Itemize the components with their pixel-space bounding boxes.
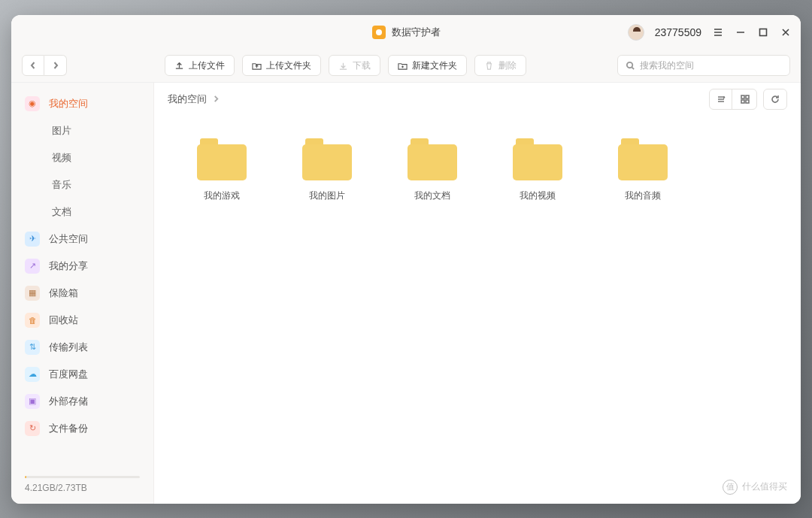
sidebar-item-backup[interactable]: ↻ 文件备份 (11, 415, 153, 442)
watermark: 值 什么值得买 (723, 480, 787, 495)
folder-icon (408, 138, 457, 180)
sidebar-item-docs[interactable]: 文档 (11, 198, 153, 226)
share-icon: ↗ (25, 259, 40, 274)
folder-label: 我的文档 (414, 189, 450, 202)
minimize-button[interactable] (735, 26, 747, 38)
upload-file-label: 上传文件 (189, 59, 225, 72)
main-panel: 我的空间 我的游戏 (154, 83, 801, 504)
titlebar: 数据守护者 23775509 (11, 15, 801, 50)
storage-summary: 4.21GB/2.73TB (11, 468, 153, 504)
vault-icon: ▦ (25, 286, 40, 301)
delete-button[interactable]: 删除 (474, 55, 526, 76)
folder-icon (513, 138, 562, 180)
close-icon (780, 27, 791, 38)
sidebar-item-vault[interactable]: ▦ 保险箱 (11, 280, 153, 307)
hamburger-icon (713, 27, 723, 38)
folder-label: 我的音频 (625, 189, 661, 202)
sidebar: ◉ 我的空间 图片 视频 音乐 文档 ✈ 公共空间 (11, 83, 154, 504)
sidebar-item-label: 百度网盘 (49, 368, 88, 381)
svg-rect-3 (746, 95, 749, 98)
svg-rect-5 (746, 100, 749, 103)
view-mode-toggle[interactable] (709, 89, 757, 110)
download-button[interactable]: 下载 (329, 55, 380, 76)
svg-rect-2 (741, 95, 744, 98)
folder-icon (197, 138, 247, 180)
folder-label: 我的图片 (309, 189, 345, 202)
sidebar-item-videos[interactable]: 视频 (11, 144, 153, 171)
sidebar-item-label: 公共空间 (49, 232, 88, 246)
sidebar-item-external[interactable]: ▣ 外部存储 (11, 388, 153, 415)
search-input[interactable] (640, 60, 782, 71)
maximize-button[interactable] (757, 26, 769, 38)
folder-icon (302, 138, 352, 180)
folder-label: 我的视频 (520, 189, 556, 202)
sidebar-item-music[interactable]: 音乐 (11, 171, 153, 198)
svg-point-1 (627, 62, 632, 67)
search-box[interactable] (617, 55, 790, 76)
grid-view-button[interactable] (734, 89, 756, 109)
external-storage-icon: ▣ (25, 394, 40, 409)
folder-item[interactable]: 我的音频 (590, 138, 695, 202)
sidebar-item-label: 我的分享 (49, 259, 88, 273)
sidebar-item-share[interactable]: ↗ 我的分享 (11, 253, 153, 280)
sidebar-item-label: 保险箱 (49, 286, 78, 300)
maximize-icon (758, 27, 768, 38)
my-space-icon: ◉ (25, 96, 40, 111)
menu-button[interactable] (712, 26, 724, 38)
folder-grid: 我的游戏 我的图片 我的文档 我的视频 我的音频 (154, 116, 801, 504)
avatar[interactable] (628, 24, 644, 41)
watermark-text: 什么值得买 (742, 480, 787, 493)
folder-item[interactable]: 我的文档 (380, 138, 485, 202)
close-button[interactable] (780, 26, 792, 38)
folder-item[interactable]: 我的游戏 (169, 138, 274, 202)
folder-icon (618, 138, 668, 180)
sidebar-item-baidu[interactable]: ☁ 百度网盘 (11, 361, 153, 388)
sidebar-item-label: 回收站 (49, 314, 78, 327)
upload-file-button[interactable]: 上传文件 (165, 55, 235, 76)
breadcrumb-current: 我的空间 (168, 92, 207, 106)
upload-folder-label: 上传文件夹 (266, 59, 311, 72)
list-icon (716, 94, 726, 105)
sidebar-item-label: 音乐 (52, 178, 71, 192)
chevron-left-icon (29, 62, 37, 69)
trash-icon: 🗑 (25, 313, 40, 328)
folder-item[interactable]: 我的图片 (274, 138, 380, 202)
sidebar-item-public[interactable]: ✈ 公共空间 (11, 226, 153, 253)
svg-rect-0 (760, 29, 767, 35)
nav-forward-button[interactable] (44, 55, 67, 76)
sidebar-item-trash[interactable]: 🗑 回收站 (11, 307, 153, 334)
list-view-button[interactable] (710, 89, 732, 109)
download-icon (338, 61, 348, 71)
breadcrumb[interactable]: 我的空间 (168, 92, 220, 106)
sidebar-item-my-space[interactable]: ◉ 我的空间 (11, 90, 153, 117)
storage-text: 4.21GB/2.73TB (25, 483, 140, 493)
delete-label: 删除 (498, 59, 517, 72)
new-folder-button[interactable]: 新建文件夹 (388, 55, 467, 76)
svg-rect-4 (741, 100, 744, 103)
nav-back-button[interactable] (22, 55, 44, 76)
folder-item[interactable]: 我的视频 (485, 138, 590, 202)
sidebar-item-label: 外部存储 (49, 395, 88, 408)
watermark-icon: 值 (723, 480, 738, 495)
upload-icon (174, 61, 184, 71)
user-id: 23775509 (655, 26, 701, 38)
minimize-icon (735, 27, 746, 38)
sidebar-item-label: 图片 (52, 124, 71, 138)
refresh-button[interactable] (763, 89, 787, 110)
app-icon (372, 26, 386, 39)
sidebar-item-label: 我的空间 (49, 97, 88, 111)
sidebar-item-label: 文件备份 (49, 422, 88, 435)
folder-label: 我的游戏 (204, 189, 240, 202)
public-space-icon: ✈ (25, 232, 40, 247)
sidebar-item-label: 视频 (52, 151, 71, 165)
upload-folder-button[interactable]: 上传文件夹 (242, 55, 321, 76)
sidebar-item-label: 传输列表 (49, 341, 88, 354)
toolbar: 上传文件 上传文件夹 下载 新建文件夹 删除 (11, 50, 801, 83)
folder-plus-icon (398, 61, 408, 71)
sidebar-item-photos[interactable]: 图片 (11, 117, 153, 144)
download-label: 下载 (353, 59, 371, 72)
storage-fill (25, 476, 26, 478)
grid-icon (740, 94, 750, 105)
folder-upload-icon (252, 61, 262, 71)
sidebar-item-transfer[interactable]: ⇅ 传输列表 (11, 334, 153, 361)
